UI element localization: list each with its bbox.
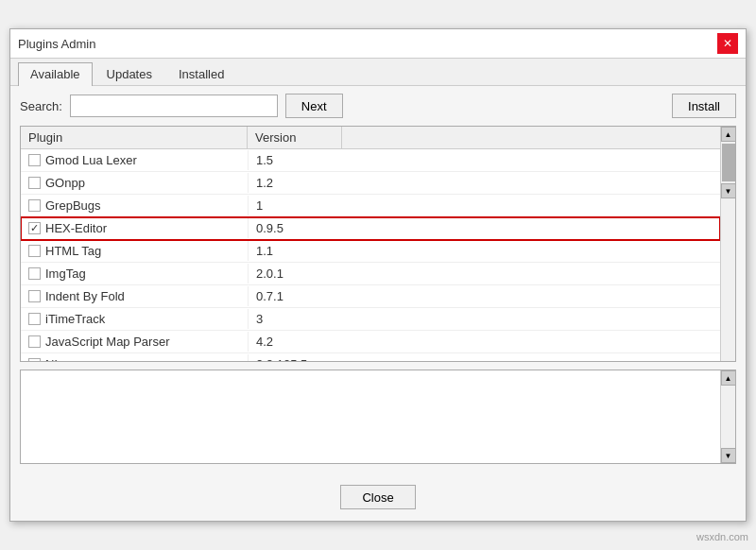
search-input[interactable] xyxy=(70,95,278,117)
plugin-name-cell: iTimeTrack xyxy=(21,309,248,329)
table-row[interactable]: NL...2.3.105.5 xyxy=(21,353,720,361)
title-bar: Plugins Admin ✕ xyxy=(10,29,746,59)
plugin-name: HEX-Editor xyxy=(45,221,107,235)
plugin-version: 0.7.1 xyxy=(248,286,342,306)
plugin-checkbox[interactable] xyxy=(28,154,41,166)
plugin-name: Gmod Lua Lexer xyxy=(45,153,137,167)
plugin-version: 4.2 xyxy=(248,332,342,352)
plugin-version: 1 xyxy=(248,196,342,215)
plugin-version: 2.0.1 xyxy=(248,264,342,284)
table-row[interactable]: Gmod Lua Lexer1.5 xyxy=(21,149,720,172)
table-row[interactable]: iTimeTrack3 xyxy=(21,308,720,331)
watermark: wsxdn.com xyxy=(696,531,748,542)
table-scrollbar[interactable]: ▲ ▼ xyxy=(720,127,735,361)
plugin-name: HTML Tag xyxy=(45,244,101,258)
plugin-checkbox[interactable] xyxy=(28,290,41,302)
col-plugin: Plugin xyxy=(21,127,248,148)
plugin-name-cell: Indent By Fold xyxy=(21,286,248,306)
plugin-version: 3 xyxy=(248,309,342,329)
toolbar: Search: Next Install xyxy=(10,86,746,126)
plugin-checkbox[interactable] xyxy=(28,358,41,361)
table-row[interactable]: Indent By Fold0.7.1 xyxy=(21,285,720,308)
tab-installed[interactable]: Installed xyxy=(166,62,236,85)
search-label: Search: xyxy=(20,99,62,113)
close-button[interactable]: Close xyxy=(340,485,416,509)
plugin-name-cell: Gmod Lua Lexer xyxy=(21,150,248,170)
tab-updates[interactable]: Updates xyxy=(94,62,164,85)
plugin-name-cell: ✓HEX-Editor xyxy=(21,218,248,238)
plugin-checkbox[interactable] xyxy=(28,245,41,257)
table-row[interactable]: GrepBugs1 xyxy=(21,195,720,217)
plugin-checkbox[interactable] xyxy=(28,177,41,189)
description-area: ▲ ▼ xyxy=(20,370,736,464)
next-button[interactable]: Next xyxy=(285,94,343,118)
table-row[interactable]: HTML Tag1.1 xyxy=(21,240,720,263)
plugin-name: Indent By Fold xyxy=(45,289,125,303)
plugin-version: 1.5 xyxy=(248,150,342,170)
content-area: Plugin Version Gmod Lua Lexer1.5GOnpp1.2… xyxy=(10,126,746,473)
col-version: Version xyxy=(248,127,342,148)
description-content xyxy=(21,370,720,463)
footer: Close xyxy=(10,473,746,521)
table-row[interactable]: ImgTag2.0.1 xyxy=(21,263,720,285)
plugin-version: 1.2 xyxy=(248,173,342,193)
plugin-version: 0.9.5 xyxy=(248,218,342,238)
plugin-name: JavaScript Map Parser xyxy=(45,335,170,349)
plugin-version: 2.3.105.5 xyxy=(248,354,342,361)
table-row[interactable]: JavaScript Map Parser4.2 xyxy=(21,331,720,353)
plugin-name: GOnpp xyxy=(45,176,85,190)
plugin-name: NL... xyxy=(45,357,71,361)
desc-scroll-down[interactable]: ▼ xyxy=(721,448,736,463)
desc-scrollbar[interactable]: ▲ ▼ xyxy=(720,370,735,463)
desc-scroll-up[interactable]: ▲ xyxy=(721,370,736,386)
plugin-table-container: Plugin Version Gmod Lua Lexer1.5GOnpp1.2… xyxy=(20,126,736,362)
plugin-name: iTimeTrack xyxy=(45,312,105,326)
plugin-checkbox[interactable] xyxy=(28,335,41,348)
tab-available[interactable]: Available xyxy=(18,62,93,86)
plugin-checkbox[interactable]: ✓ xyxy=(28,222,41,234)
tab-bar: Available Updates Installed xyxy=(10,59,746,86)
table-header: Plugin Version xyxy=(21,127,720,149)
plugin-name-cell: GrepBugs xyxy=(21,196,248,215)
plugin-version: 1.1 xyxy=(248,241,342,261)
plugin-name-cell: HTML Tag xyxy=(21,241,248,261)
dialog: Plugins Admin ✕ Available Updates Instal… xyxy=(9,28,747,522)
plugin-name: ImgTag xyxy=(45,266,86,281)
scroll-down-button[interactable]: ▼ xyxy=(721,183,736,198)
plugin-name-cell: NL... xyxy=(21,354,248,361)
plugin-name: GrepBugs xyxy=(45,198,101,213)
scroll-up-button[interactable]: ▲ xyxy=(721,127,736,142)
table-row[interactable]: GOnpp1.2 xyxy=(21,172,720,195)
install-button[interactable]: Install xyxy=(672,94,736,118)
plugin-checkbox[interactable] xyxy=(28,267,41,280)
plugin-checkbox[interactable] xyxy=(28,313,41,325)
scroll-thumb[interactable] xyxy=(722,144,735,181)
close-window-button[interactable]: ✕ xyxy=(717,33,738,54)
plugin-name-cell: JavaScript Map Parser xyxy=(21,332,248,352)
plugin-name-cell: ImgTag xyxy=(21,264,248,284)
window-title: Plugins Admin xyxy=(18,37,95,51)
plugin-checkbox[interactable] xyxy=(28,199,41,212)
plugin-table: Plugin Version Gmod Lua Lexer1.5GOnpp1.2… xyxy=(21,127,720,361)
plugin-name-cell: GOnpp xyxy=(21,173,248,193)
table-row[interactable]: ✓HEX-Editor0.9.5 xyxy=(21,217,720,240)
